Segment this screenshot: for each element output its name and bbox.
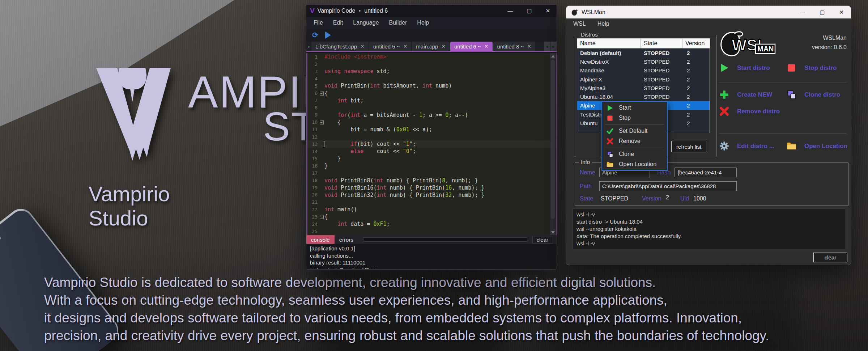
code-text: using namespace std;: [324, 68, 390, 75]
code-text: int bit;: [324, 97, 363, 104]
close-icon[interactable]: ✕: [545, 8, 550, 14]
vampirio-app-icon: V: [310, 7, 315, 15]
description-line: With a focus on cutting-edge technology,…: [44, 291, 865, 309]
action-stop-distro-button[interactable]: Stop distro: [787, 63, 837, 73]
distro-version: 2: [682, 50, 710, 56]
distro-row[interactable]: NewDistroXSTOPPED2: [577, 57, 710, 66]
menu-wsl[interactable]: WSL: [573, 21, 586, 27]
context-menu-item-set-default[interactable]: Set Default: [602, 126, 667, 136]
studio-description: Vampirio Studio is dedicated to software…: [44, 274, 865, 344]
console-tabbar: console errors clear: [306, 235, 557, 244]
code-text: int data = 0xF1;: [324, 221, 390, 227]
line-number: 10: [307, 119, 320, 125]
context-menu-item-stop[interactable]: Stop: [602, 113, 667, 123]
console-clear-button[interactable]: clear: [532, 236, 552, 244]
refresh-icon[interactable]: ⟳: [312, 31, 319, 39]
action-edit-distro-button[interactable]: Edit distro ...: [719, 141, 774, 151]
info-path-label: Path: [580, 183, 592, 190]
menu-builder[interactable]: Builder: [389, 20, 407, 26]
tab-close-icon[interactable]: ✕: [403, 43, 408, 49]
line-number: 19: [307, 185, 320, 190]
minimize-icon[interactable]: —: [800, 9, 805, 16]
distros-group-label: Distros: [579, 31, 600, 38]
distro-name: Debian (default): [577, 50, 641, 56]
close-icon[interactable]: ✕: [839, 9, 844, 16]
action-remove-distro-button[interactable]: Remove distro: [719, 106, 780, 116]
scroll-up-icon[interactable]: [550, 53, 556, 59]
wsl-titlebar[interactable]: WSLMan — ▢ ✕: [566, 6, 851, 18]
code-area[interactable]: 1#include <iostream>23using namespace st…: [306, 53, 557, 235]
code-text: }: [324, 155, 341, 162]
tab-nav-right-icon[interactable]: ▸: [550, 42, 557, 51]
scroll-down-icon[interactable]: [550, 229, 556, 235]
minimize-icon[interactable]: —: [507, 8, 513, 14]
distro-row[interactable]: MyAlpine3STOPPED2: [577, 84, 710, 92]
action-clone-distro-button[interactable]: Clone distro: [787, 90, 840, 100]
distro-row[interactable]: AlpineFXSTOPPED2: [577, 75, 710, 84]
info-path-field[interactable]: C:\Users\gabri\AppData\Local\Packages\36…: [599, 181, 737, 191]
tab-close-icon[interactable]: ✕: [484, 43, 489, 49]
refresh-list-button[interactable]: refresh list: [671, 141, 706, 152]
editor-tab[interactable]: main.cpp✕: [412, 42, 450, 51]
distro-row[interactable]: Debian (default)STOPPED2: [577, 48, 710, 57]
console-line: reduce text: SerializerV2.cpp: [310, 266, 557, 270]
distro-version: 2: [682, 102, 710, 109]
context-menu-label: Stop: [619, 115, 631, 121]
context-menu-item-remove[interactable]: Remove: [602, 136, 667, 146]
action-start-distro-button[interactable]: Start distro: [719, 63, 770, 73]
scrollbar-thumb[interactable]: [551, 60, 555, 219]
editor-tab[interactable]: untitled 6 ~✕: [450, 42, 493, 51]
line-number: 9: [307, 112, 320, 118]
brand-subtitle: Vampirio Studio: [89, 182, 170, 230]
context-menu-item-start[interactable]: Start: [602, 103, 667, 113]
editor-tab[interactable]: LibClangTest.cpp✕: [311, 42, 369, 51]
context-menu-label: Remove: [619, 138, 641, 144]
distro-name: Mandrake: [577, 67, 641, 73]
context-menu-label: Start: [619, 105, 631, 111]
tab-label: LibClangTest.cpp: [315, 43, 357, 50]
tab-console[interactable]: console: [306, 235, 335, 244]
document-name: untitled 6: [364, 8, 388, 14]
editor-tab[interactable]: untitled 8 ~✕: [493, 42, 536, 51]
console-line: [application v0.0.1]: [310, 245, 557, 252]
distro-row[interactable]: Ubuntu-18.04STOPPED2: [577, 92, 710, 101]
tab-scroll-left-icon[interactable]: ‹: [306, 42, 311, 51]
maximize-icon[interactable]: ▢: [527, 8, 532, 14]
tab-errors[interactable]: errors: [335, 235, 358, 244]
context-menu-item-open-location[interactable]: Open Location: [602, 159, 667, 169]
code-line: 5void PrintBin(int bitsAmount, int numb): [307, 82, 556, 89]
action-open-location-button[interactable]: Open Location: [787, 141, 847, 151]
info-hash-field[interactable]: {bec46aed-2e41-4: [675, 168, 737, 177]
action-create-new-button[interactable]: Create NEW: [719, 90, 772, 100]
tab-label: main.cpp: [416, 43, 438, 50]
tab-nav-left-icon[interactable]: ◂: [544, 42, 550, 51]
line-number: 18: [307, 178, 320, 183]
check-icon: [607, 128, 613, 135]
code-toolbar: ⟳: [306, 29, 557, 42]
menu-language[interactable]: Language: [353, 20, 379, 26]
code-text: for(int a = bitsAmount - 1; a >= 0; a--): [324, 112, 468, 118]
play-icon: [607, 105, 613, 111]
menu-file[interactable]: File: [314, 20, 323, 26]
distro-row[interactable]: MandrakeSTOPPED2: [577, 66, 710, 75]
code-titlebar[interactable]: V Vampirio Code • untitled 6 — ▢ ✕: [306, 5, 557, 17]
distro-version: 2: [682, 94, 710, 100]
distro-name: NewDistroX: [577, 59, 641, 65]
menu-help[interactable]: Help: [417, 20, 429, 26]
action-label: Stop distro: [804, 64, 837, 72]
tab-close-icon[interactable]: ✕: [360, 43, 365, 49]
info-name-label: Name: [580, 169, 595, 176]
run-icon[interactable]: [325, 31, 331, 39]
code-line: 9 for(int a = bitsAmount - 1; a >= 0; a-…: [307, 111, 556, 119]
editor-tab[interactable]: untitled 5 ~✕: [369, 42, 412, 51]
maximize-icon[interactable]: ▢: [820, 9, 825, 16]
context-menu-item-clone[interactable]: Clone: [602, 149, 667, 159]
tab-close-icon[interactable]: ✕: [441, 43, 446, 49]
context-menu-label: Open Location: [619, 161, 656, 168]
editor-scrollbar[interactable]: [550, 53, 556, 235]
menu-help[interactable]: Help: [597, 21, 609, 27]
log-clear-button[interactable]: clear: [813, 253, 847, 262]
line-number: 17: [307, 170, 320, 176]
tab-close-icon[interactable]: ✕: [527, 43, 531, 49]
menu-edit[interactable]: Edit: [333, 20, 343, 26]
